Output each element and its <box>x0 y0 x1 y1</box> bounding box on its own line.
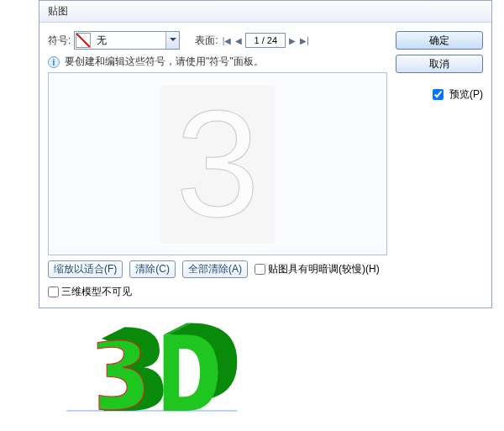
3d-text-illustration <box>59 319 260 420</box>
info-icon: i <box>48 56 60 68</box>
face-label: 表面: <box>195 34 218 48</box>
map-art-dialog: 贴图 符号: 无 表面: |◀ ◀ ▶ ▶| <box>39 0 492 308</box>
chevron-down-icon <box>165 32 179 49</box>
preview-checkbox[interactable]: 预览(P) <box>396 87 483 102</box>
symbol-label: 符号: <box>48 34 71 48</box>
ok-button[interactable]: 确定 <box>396 31 483 50</box>
prev-page-button[interactable]: ◀ <box>234 36 243 45</box>
info-text: 要创建和编辑这些符号，请使用"符号"面板。 <box>65 55 264 69</box>
scale-to-fit-button[interactable]: 缩放以适合(F) <box>48 260 123 278</box>
preview-label: 预览(P) <box>449 87 483 102</box>
dialog-title: 贴图 <box>39 1 491 23</box>
page-input[interactable] <box>245 33 286 48</box>
none-swatch-icon <box>76 33 91 48</box>
clear-all-button[interactable]: 全部清除(A) <box>182 260 248 278</box>
preview-glyph: 3 <box>160 85 275 243</box>
shade-label: 贴图具有明暗调(较慢)(H) <box>268 262 380 276</box>
last-page-button[interactable]: ▶| <box>299 36 310 45</box>
hide-3d-label: 三维模型不可见 <box>61 285 132 299</box>
next-page-button[interactable]: ▶ <box>288 36 297 45</box>
face-preview: 3 <box>48 72 387 255</box>
shade-checkbox[interactable]: 贴图具有明暗调(较慢)(H) <box>255 262 380 276</box>
first-page-button[interactable]: |◀ <box>222 36 233 45</box>
cancel-button[interactable]: 取消 <box>396 55 483 73</box>
symbol-dropdown[interactable]: 无 <box>74 31 180 50</box>
symbol-value: 无 <box>92 34 165 48</box>
clear-button[interactable]: 清除(C) <box>129 260 176 278</box>
hide-3d-checkbox[interactable]: 三维模型不可见 <box>48 285 132 299</box>
